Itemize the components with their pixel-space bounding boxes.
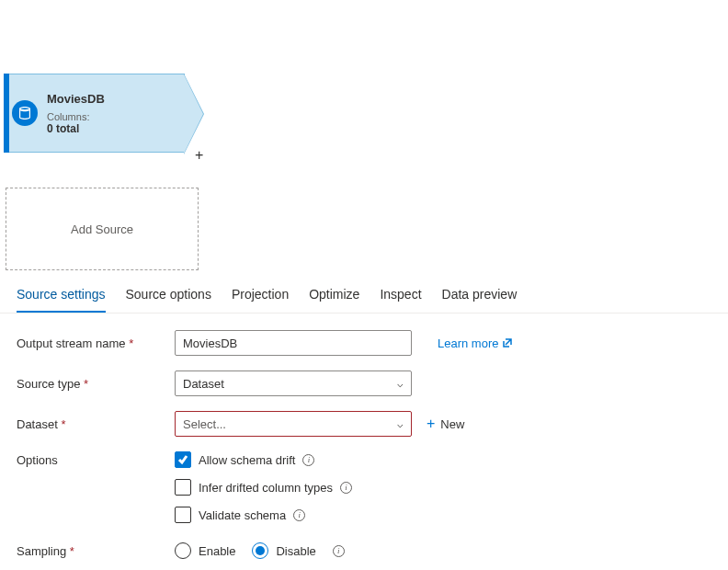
add-step-button[interactable]: + [195,147,203,164]
learn-more-link[interactable]: Learn more [438,336,513,350]
chevron-down-icon: ⌵ [397,418,404,430]
info-icon[interactable]: i [340,482,352,494]
source-type-select[interactable]: Dataset ⌵ [175,370,412,396]
plus-icon: + [427,416,435,432]
sampling-enable-radio[interactable] [175,542,191,559]
tab-inspect[interactable]: Inspect [380,281,421,313]
info-icon[interactable]: i [293,509,305,521]
tab-source-settings[interactable]: Source settings [17,281,106,313]
source-type-label: Source type * [17,377,175,391]
dataset-label: Dataset * [17,417,175,431]
options-label: Options [17,451,175,467]
new-dataset-button[interactable]: + New [427,416,464,432]
validate-schema-checkbox[interactable] [175,507,191,523]
tab-projection[interactable]: Projection [232,281,289,313]
add-source-label: Add Source [71,222,133,236]
sampling-enable-label: Enable [199,544,235,558]
node-arrow-icon [184,74,204,154]
allow-schema-drift-label: Allow schema drift [199,453,295,467]
database-icon [12,100,38,126]
node-handle [4,74,9,153]
dataset-select[interactable]: Select... ⌵ [175,411,412,437]
node-body: MoviesDB Columns: 0 total [47,92,175,135]
tab-optimize[interactable]: Optimize [309,281,359,313]
tab-data-preview[interactable]: Data preview [442,281,518,313]
sampling-disable-label: Disable [276,544,315,558]
output-stream-name-input[interactable]: MoviesDB [175,330,412,356]
allow-schema-drift-checkbox[interactable] [175,451,191,468]
source-settings-form: Output stream name * MoviesDB Learn more… [0,314,728,564]
info-icon[interactable]: i [302,454,314,466]
info-icon[interactable]: i [333,545,345,557]
external-link-icon [502,337,513,348]
chevron-down-icon: ⌵ [397,378,404,390]
validate-schema-label: Validate schema [199,508,286,522]
columns-total: 0 total [47,122,175,135]
tab-source-options[interactable]: Source options [126,281,211,313]
infer-drifted-checkbox[interactable] [175,479,191,496]
columns-label: Columns: [47,111,175,122]
node-title: MoviesDB [47,92,175,106]
output-stream-name-label: Output stream name * [17,336,175,350]
settings-tabs: Source settings Source options Projectio… [0,274,728,314]
sampling-label: Sampling * [17,544,175,558]
infer-drifted-label: Infer drifted column types [199,481,333,495]
add-source-button[interactable]: Add Source [6,188,199,270]
sampling-disable-radio[interactable] [252,542,268,559]
flow-canvas: MoviesDB Columns: 0 total + Add Source [0,0,728,274]
source-node-moviesdb[interactable]: MoviesDB Columns: 0 total [6,74,185,153]
